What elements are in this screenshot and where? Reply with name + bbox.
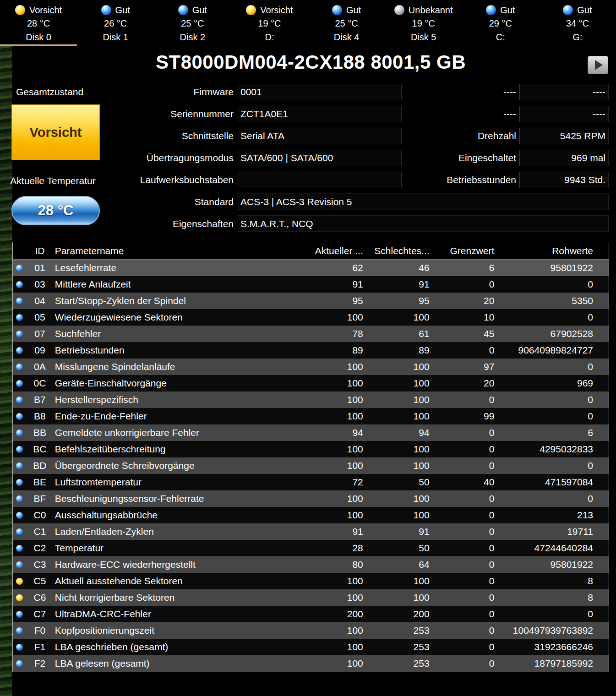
smart-attr-current: 100 xyxy=(301,444,365,455)
smart-attr-raw: 5350 xyxy=(496,295,596,306)
smart-table-row[interactable]: 01 Lesefehlerrate 62 46 6 95801922 xyxy=(13,260,609,276)
smart-table-row[interactable]: C1 Laden/Entladen-Zyklen 91 91 0 19711 xyxy=(13,523,609,540)
smart-status-dot-icon xyxy=(16,298,23,304)
disk-tab-status-row: Vorsicht xyxy=(0,4,77,16)
disk-tab[interactable]: Unbekannt 19 °C Disk 5 xyxy=(385,0,462,46)
disk-status-dot-icon xyxy=(486,5,496,15)
smart-attr-threshold: 0 xyxy=(431,592,496,603)
smart-table-row[interactable]: 07 Suchfehler 78 61 45 67902528 xyxy=(13,326,609,342)
smart-table-row[interactable]: 0C Geräte-Einschaltvorgänge 100 100 20 9… xyxy=(13,375,609,392)
smart-table-row[interactable]: BC Befehlszeitüberschreitung 100 100 0 4… xyxy=(13,441,609,457)
smart-attr-id: 07 xyxy=(27,328,53,339)
info-field-value-box: ---- xyxy=(519,106,609,122)
smart-status-dot-icon xyxy=(16,331,23,337)
smart-attr-current: 95 xyxy=(301,295,365,306)
smart-table-row[interactable]: F0 Kopfpositionierungszeit 100 253 0 100… xyxy=(13,622,609,639)
info-field-value-box: SATA/600 | SATA/600 xyxy=(237,150,402,166)
smart-table-row[interactable]: F1 LBA geschrieben (gesamt) 100 253 0 31… xyxy=(13,639,609,655)
disk-tab-temperature: 25 °C xyxy=(308,16,385,30)
info-field-row: Standard ACS-3 | ACS-3 Revision 5 xyxy=(12,194,609,210)
smart-table-row[interactable]: B8 Ende-zu-Ende-Fehler 100 100 99 0 xyxy=(13,408,609,424)
smart-table-row[interactable]: 0A Misslungene Spindelanläufe 100 100 97… xyxy=(13,359,609,375)
disk-tab[interactable]: Gut 29 °C C: xyxy=(462,0,539,46)
smart-table-row[interactable]: F2 LBA gelesen (gesamt) 100 253 0 187971… xyxy=(13,655,609,672)
background-photo-strip xyxy=(0,46,12,696)
smart-attr-threshold: 0 xyxy=(431,493,496,504)
disk-tab-temperature: 28 °C xyxy=(0,16,77,30)
smart-attr-threshold: 0 xyxy=(431,394,496,405)
info-field-label: ---- xyxy=(404,87,516,98)
smart-attr-worst: 100 xyxy=(365,378,431,389)
info-field-value-box: ACS-3 | ACS-3 Revision 5 xyxy=(237,194,609,210)
smart-table-row[interactable]: 05 Wiederzugewiesene Sektoren 100 100 10… xyxy=(13,309,609,326)
smart-row-dot-cell xyxy=(13,265,27,272)
smart-attr-threshold: 10 xyxy=(431,312,496,323)
disk-tab[interactable]: Vorsicht 28 °C Disk 0 xyxy=(0,0,77,46)
smart-table-body: 01 Lesefehlerrate 62 46 6 95801922 03 Mi… xyxy=(13,260,609,672)
play-icon xyxy=(595,60,603,70)
disk-tab[interactable]: Vorsicht 19 °C D: xyxy=(231,0,308,46)
disk-tab[interactable]: Gut 26 °C Disk 1 xyxy=(77,0,154,46)
smart-attr-name: Aktuell ausstehende Sektoren xyxy=(53,576,301,587)
info-field-row: ---- ---- xyxy=(404,106,609,122)
disk-tab-status-row: Gut xyxy=(154,4,231,16)
smart-table-row[interactable]: C5 Aktuell ausstehende Sektoren 100 100 … xyxy=(13,573,609,589)
drive-stats-fields: ---- ---- ---- ---- Drehzahl 5425 RPM Ei… xyxy=(404,84,609,194)
smart-status-dot-icon xyxy=(16,314,23,321)
smart-attr-current: 100 xyxy=(301,576,365,587)
info-field-row: Drehzahl 5425 RPM xyxy=(404,128,609,144)
smart-attr-threshold: 45 xyxy=(431,328,496,339)
smart-status-dot-icon xyxy=(16,578,23,585)
info-field-label: Drehzahl xyxy=(404,130,516,141)
smart-attr-raw: 0 xyxy=(496,609,596,620)
smart-table-row[interactable]: C2 Temperatur 28 50 0 47244640284 xyxy=(13,540,609,556)
smart-status-dot-icon xyxy=(16,545,23,552)
smart-attr-id: C0 xyxy=(27,510,53,521)
smart-attr-id: 01 xyxy=(27,262,53,273)
header-parametername: Parametername xyxy=(53,245,301,256)
info-field-row: Betriebsstunden 9943 Std. xyxy=(404,172,609,188)
disk-tab-status: Gut xyxy=(500,5,515,16)
smart-attr-worst: 253 xyxy=(365,642,431,652)
smart-attr-name: Wiederzugewiesene Sektoren xyxy=(53,312,301,323)
smart-attr-raw: 90640989824727 xyxy=(496,345,596,356)
smart-attr-threshold: 0 xyxy=(431,625,496,636)
smart-table-row[interactable]: C7 UltraDMA-CRC-Fehler 200 200 0 0 xyxy=(13,606,609,622)
play-button[interactable] xyxy=(588,56,608,74)
smart-table-row[interactable]: C3 Hardware-ECC wiederhergestellt 80 64 … xyxy=(13,556,609,573)
smart-attr-name: Laden/Entladen-Zyklen xyxy=(53,526,301,537)
smart-attr-current: 78 xyxy=(301,328,365,339)
smart-row-dot-cell xyxy=(13,281,27,288)
smart-table-row[interactable]: BE Luftstromtemperatur 72 50 40 47159708… xyxy=(13,474,609,490)
smart-table-row[interactable]: C0 Ausschaltungsabbrüche 100 100 0 213 xyxy=(13,507,609,523)
smart-table-row[interactable]: BD Übergeordnete Schreibvorgänge 100 100… xyxy=(13,457,609,474)
smart-table-row[interactable]: 09 Betriebsstunden 89 89 0 9064098982472… xyxy=(13,342,609,359)
smart-row-dot-cell xyxy=(13,545,27,552)
info-field-label: Schnittstelle xyxy=(12,130,234,141)
smart-table-row[interactable]: C6 Nicht korrigierbare Sektoren 100 100 … xyxy=(13,589,609,606)
smart-attr-current: 100 xyxy=(301,625,365,636)
disk-tab-bar: Vorsicht 28 °C Disk 0 Gut 26 °C Disk 1 G… xyxy=(0,0,616,46)
smart-row-dot-cell xyxy=(13,627,27,634)
disk-tab-status: Unbekannt xyxy=(409,5,453,16)
smart-attr-raw: 0 xyxy=(496,460,596,471)
smart-table-row[interactable]: B7 Herstellerspezifisch 100 100 0 0 xyxy=(13,392,609,408)
smart-table-row[interactable]: 03 Mittlere Anlaufzeit 91 91 0 0 xyxy=(13,276,609,293)
disk-tab[interactable]: Gut 25 °C Disk 2 xyxy=(154,0,231,46)
smart-status-dot-icon xyxy=(16,397,23,403)
disk-tab-status: Vorsicht xyxy=(260,5,293,16)
disk-tab[interactable]: Gut 34 °C G: xyxy=(539,0,616,46)
info-field-label: Eingeschaltet xyxy=(404,152,516,163)
smart-attr-name: LBA gelesen (gesamt) xyxy=(53,658,301,669)
smart-table-row[interactable]: BF Beschleunigungssensor-Fehlerrate 100 … xyxy=(13,490,609,507)
smart-row-dot-cell xyxy=(13,430,27,436)
smart-table-row[interactable]: 04 Start/Stopp-Zyklen der Spindel 95 95 … xyxy=(13,293,609,309)
smart-attr-name: Gemeldete unkorrigierbare Fehler xyxy=(53,427,301,438)
smart-attr-raw: 6 xyxy=(496,427,596,438)
disk-tab[interactable]: Gut 25 °C Disk 4 xyxy=(308,0,385,46)
smart-table-row[interactable]: BB Gemeldete unkorrigierbare Fehler 94 9… xyxy=(13,424,609,441)
smart-row-dot-cell xyxy=(13,495,27,502)
smart-row-dot-cell xyxy=(13,594,27,601)
info-field-label: Betriebsstunden xyxy=(404,174,516,185)
disk-tab-status-row: Gut xyxy=(539,4,616,16)
